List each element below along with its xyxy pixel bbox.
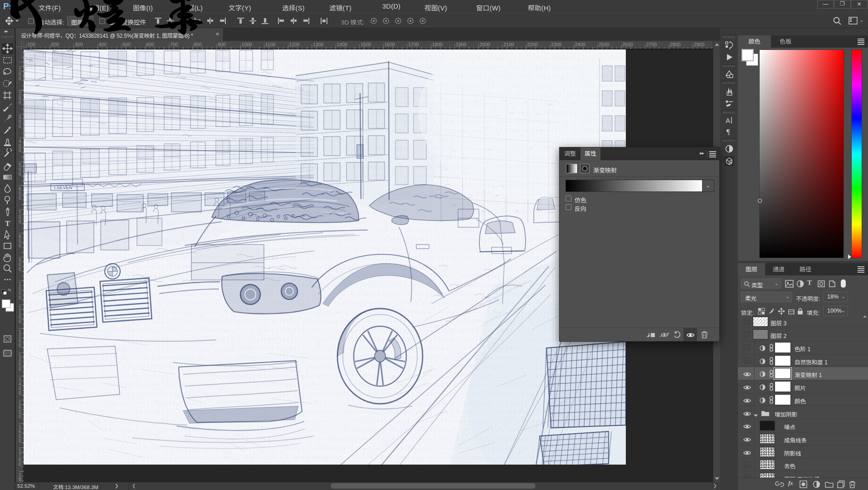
svg-text:A: A — [726, 117, 730, 124]
svg-text:T: T — [5, 219, 10, 228]
svg-text:¶: ¶ — [727, 128, 730, 136]
